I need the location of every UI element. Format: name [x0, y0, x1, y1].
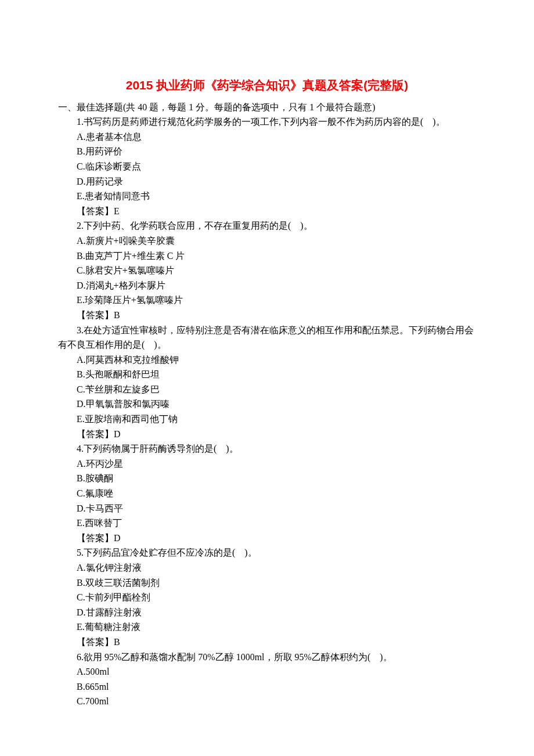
- question-stem: 2.下列中药、化学药联合应用，不存在重复用药的是( )。: [58, 218, 476, 233]
- question-6: 6.欲用 95%乙醇和蒸馏水配制 70%乙醇 1000ml，所取 95%乙醇体积…: [58, 650, 476, 709]
- option: A.新癀片+吲哚美辛胶囊: [58, 233, 476, 249]
- option: D.甘露醇注射液: [58, 605, 476, 620]
- answer: 【答案】B: [58, 635, 476, 650]
- option: A.氯化钾注射液: [58, 560, 476, 575]
- option: C.临床诊断要点: [58, 159, 476, 174]
- question-4: 4.下列药物属于肝药酶诱导剂的是( )。 A.环丙沙星 B.胺碘酮 C.氟康唑 …: [58, 441, 476, 545]
- question-stem: 5.下列药品宜冷处贮存但不应冷冻的是( )。: [58, 545, 476, 560]
- option: E.患者知情同意书: [58, 189, 476, 204]
- question-stem: 4.下列药物属于肝药酶诱导剂的是( )。: [58, 441, 476, 456]
- option: E.亚胺培南和西司他丁钠: [58, 412, 476, 427]
- option: B.头孢哌酮和舒巴坦: [58, 367, 476, 382]
- option: E.珍菊降压片+氢氯噻嗪片: [58, 293, 476, 308]
- option: D.甲氧氯普胺和氯丙嗪: [58, 397, 476, 412]
- option: C.脉君安片+氢氯噻嗪片: [58, 263, 476, 278]
- option: B.665ml: [58, 679, 476, 694]
- answer: 【答案】D: [58, 531, 476, 546]
- question-stem: 1.书写药历是药师进行规范化药学服务的一项工作,下列内容一般不作为药历内容的是(…: [58, 114, 476, 129]
- section-header: 一、最佳选择题(共 40 题，每题 1 分。每题的备选项中，只有 1 个最符合题…: [58, 100, 476, 115]
- option: A.患者基本信息: [58, 129, 476, 145]
- option: B.曲克芦丁片+维生素 C 片: [58, 249, 476, 264]
- answer: 【答案】E: [58, 204, 476, 219]
- option: B.用药评价: [58, 144, 476, 159]
- answer: 【答案】B: [58, 308, 476, 323]
- question-3: 3.在处方适宜性审核时，应特别注意是否有潜在临床意义的相互作用和配伍禁忌。下列药…: [58, 323, 476, 442]
- option: D.消渴丸+格列本脲片: [58, 278, 476, 293]
- option: A.500ml: [58, 664, 476, 679]
- option: B.胺碘酮: [58, 471, 476, 486]
- option: E.葡萄糖注射液: [58, 620, 476, 635]
- option: C.苄丝肼和左旋多巴: [58, 382, 476, 397]
- option: A.环丙沙星: [58, 456, 476, 471]
- option: D.卡马西平: [58, 501, 476, 516]
- option: E.西咪替丁: [58, 516, 476, 531]
- question-1: 1.书写药历是药师进行规范化药学服务的一项工作,下列内容一般不作为药历内容的是(…: [58, 114, 476, 218]
- option: C.700ml: [58, 694, 476, 709]
- option: C.氟康唑: [58, 486, 476, 501]
- option: A.阿莫西林和克拉维酸钾: [58, 352, 476, 368]
- option: D.用药记录: [58, 174, 476, 189]
- question-2: 2.下列中药、化学药联合应用，不存在重复用药的是( )。 A.新癀片+吲哚美辛胶…: [58, 218, 476, 322]
- option: B.双歧三联活菌制剂: [58, 575, 476, 591]
- question-stem: 6.欲用 95%乙醇和蒸馏水配制 70%乙醇 1000ml，所取 95%乙醇体积…: [58, 650, 476, 665]
- question-5: 5.下列药品宜冷处贮存但不应冷冻的是( )。 A.氯化钾注射液 B.双歧三联活菌…: [58, 545, 476, 649]
- page-title: 2015 执业药师《药学综合知识》真题及答案(完整版): [58, 75, 476, 95]
- option: C.卡前列甲酯栓剂: [58, 590, 476, 605]
- answer: 【答案】D: [58, 427, 476, 442]
- question-stem: 3.在处方适宜性审核时，应特别注意是否有潜在临床意义的相互作用和配伍禁忌。下列药…: [58, 323, 476, 352]
